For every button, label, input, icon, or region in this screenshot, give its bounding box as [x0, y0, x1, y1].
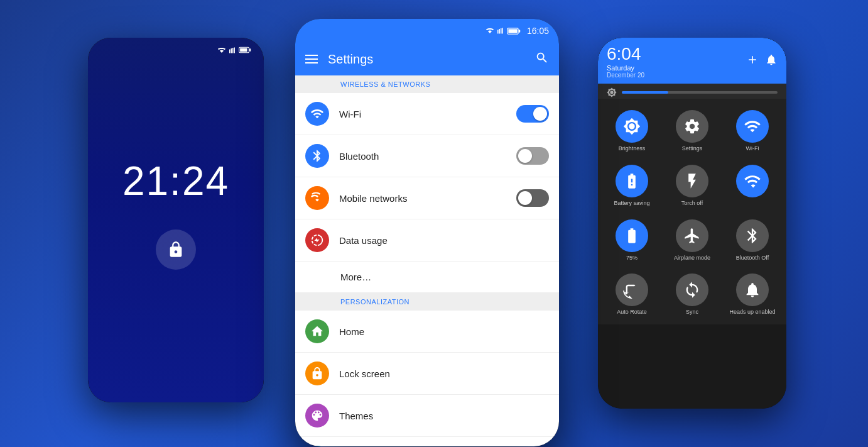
home-label: Home [339, 326, 549, 337]
qs-settings-icon [683, 118, 701, 135]
qs-tile-sync[interactable]: Sync [663, 267, 721, 319]
qs-tile-rotate[interactable]: Auto Rotate [603, 267, 661, 319]
wifi-icon [310, 107, 324, 121]
hamburger-icon[interactable] [305, 55, 318, 63]
qs-rotate-icon [623, 281, 641, 299]
qs-tile-airplane[interactable]: Airplane mode [663, 213, 721, 265]
data-icon-circle [305, 228, 329, 252]
settings-item-wifi[interactable]: Wi-Fi [295, 93, 559, 135]
qs-settings-label: Settings [682, 145, 703, 152]
qs-tile-headsup[interactable]: Heads up enabled [724, 267, 781, 319]
qs-bell-icon[interactable] [765, 53, 778, 69]
qs-grid: Brightness Settings Wi-Fi [598, 99, 786, 324]
qs-tile-battery[interactable]: 75% [603, 213, 661, 265]
more-label: More… [340, 272, 371, 282]
settings-item-more[interactable]: More… [295, 262, 559, 293]
settings-item-data[interactable]: Data usage [295, 219, 559, 262]
svg-rect-5 [240, 48, 247, 52]
qs-tile-brightness[interactable]: Brightness [603, 104, 661, 156]
section-header-wireless: WIRELESS & NETWORKS [295, 75, 559, 93]
qs-header: 6:04 Saturday December 20 [598, 38, 786, 84]
qs-torch-label: Torch off [681, 200, 703, 207]
svg-rect-7 [497, 30, 499, 34]
search-button[interactable] [535, 51, 549, 68]
brightness-row [598, 84, 786, 99]
mobile-icon [310, 191, 324, 205]
bluetooth-toggle[interactable] [516, 147, 549, 165]
quick-settings-screen: 6:04 Saturday December 20 [598, 38, 786, 409]
svg-rect-0 [229, 49, 231, 53]
qs-tile-wifi[interactable]: Wi-Fi [724, 104, 781, 156]
qs-headsup-icon [744, 281, 761, 299]
qs-sync-label: Sync [686, 309, 698, 316]
section-header-personalization: PERSONALIZATION [295, 293, 559, 311]
status-icons [486, 28, 521, 35]
qs-sync-icon [683, 281, 701, 299]
lock-time: 21:24 [122, 158, 229, 204]
qs-time: 6:04 [607, 44, 644, 64]
bluetooth-toggle-knob [518, 149, 532, 163]
svg-rect-13 [519, 30, 520, 33]
qs-wifi-icon [744, 118, 761, 135]
settings-title: Settings [328, 52, 525, 67]
bluetooth-icon-circle [305, 144, 329, 168]
qs-tile-signal[interactable] [724, 158, 781, 211]
svg-rect-12 [508, 29, 517, 33]
qs-brightness-label: Brightness [619, 145, 646, 152]
right-phone: 6:04 Saturday December 20 [598, 38, 786, 409]
qs-tile-settings[interactable]: Settings [663, 104, 721, 156]
svg-rect-10 [502, 28, 503, 34]
qs-add-icon[interactable] [746, 53, 759, 69]
settings-item-mobile[interactable]: Mobile networks [295, 177, 559, 219]
qs-tile-battery-saving[interactable]: Battery saving [603, 158, 661, 211]
settings-item-themes[interactable]: Themes [295, 395, 559, 437]
qs-airplane-icon [683, 227, 701, 245]
settings-status-bar: 16:05 [295, 19, 559, 43]
brightness-fill [622, 91, 668, 94]
qs-headsup-label: Heads up enabled [729, 309, 775, 316]
svg-rect-2 [232, 48, 234, 53]
qs-headsup-circle [736, 273, 769, 306]
qs-airplane-label: Airplane mode [674, 255, 710, 262]
qs-date: Saturday December 20 [607, 64, 644, 79]
qs-signal-circle [736, 165, 769, 197]
bluetooth-label: Bluetooth [339, 151, 506, 162]
settings-header: Settings [295, 43, 559, 75]
lock-icon [167, 241, 185, 258]
settings-item-lockscreen[interactable]: Lock screen [295, 353, 559, 395]
lockscreen-icon-circle [305, 361, 329, 385]
qs-date-day: Saturday [607, 64, 634, 72]
home-icon [310, 324, 324, 338]
settings-item-statusbar[interactable]: Status bar [295, 437, 559, 446]
qs-wifi-circle [736, 110, 769, 143]
qs-battery-label: 75% [626, 255, 637, 262]
svg-rect-3 [234, 47, 236, 53]
mobile-icon-circle [305, 186, 329, 210]
qs-airplane-circle [676, 219, 708, 252]
hamburger-line-1 [305, 55, 318, 56]
mobile-toggle[interactable] [516, 189, 549, 207]
qs-header-icons [746, 53, 778, 69]
qs-battery-circle [616, 219, 648, 252]
qs-tile-bluetooth[interactable]: Bluetooth Off [724, 213, 781, 265]
lock-screen: 21:24 [88, 38, 264, 402]
brightness-track[interactable] [622, 91, 778, 94]
qs-settings-circle [676, 110, 708, 143]
wifi-toggle[interactable] [516, 105, 549, 123]
qs-battery-icon [623, 227, 641, 245]
data-usage-label: Data usage [339, 235, 549, 246]
settings-item-home[interactable]: Home [295, 311, 559, 353]
settings-item-bluetooth[interactable]: Bluetooth [295, 135, 559, 177]
hamburger-line-2 [305, 58, 318, 60]
wifi-label: Wi-Fi [339, 109, 506, 119]
svg-rect-1 [231, 48, 232, 53]
svg-rect-6 [249, 48, 251, 51]
home-icon-circle [305, 319, 329, 343]
settings-phone: 16:05 Settings WIRELESS & NETWORKS Wi-Fi [295, 19, 559, 446]
qs-tile-torch[interactable]: Torch off [663, 158, 721, 211]
bluetooth-icon [310, 149, 324, 163]
qs-wifi-label: Wi-Fi [746, 145, 759, 152]
mobile-toggle-knob [518, 191, 532, 205]
qs-bluetooth-icon [744, 227, 761, 245]
lock-icon-circle[interactable] [156, 229, 196, 270]
